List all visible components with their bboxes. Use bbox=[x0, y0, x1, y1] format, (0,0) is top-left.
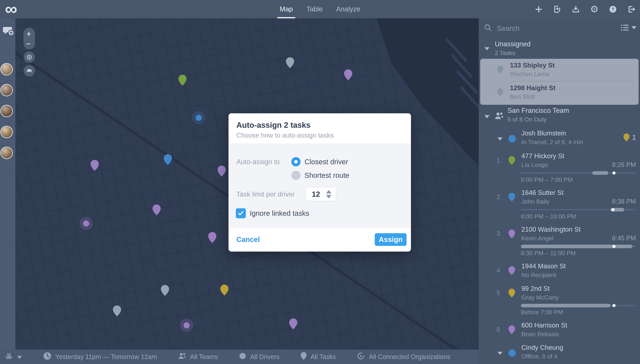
tasks-filter[interactable]: All Tasks bbox=[301, 352, 336, 362]
map-task-pin[interactable] bbox=[178, 75, 186, 86]
task-pin-icon bbox=[508, 289, 515, 298]
driver-avatar[interactable] bbox=[0, 147, 13, 159]
task-limit-stepper[interactable]: 12 bbox=[306, 188, 336, 201]
map-task-pin[interactable] bbox=[218, 166, 226, 177]
task-pin-icon bbox=[508, 156, 515, 166]
task-number: 6 bbox=[497, 326, 500, 333]
ignore-linked-checkbox[interactable] bbox=[236, 208, 246, 218]
driver-row[interactable]: Cindy Cheung Offline, 0 of 4 bbox=[479, 341, 640, 364]
tab-map[interactable]: Map bbox=[280, 0, 293, 18]
date-range-filter[interactable]: Yesterday 11pm — Tomorrow 12am bbox=[43, 352, 157, 362]
map-task-pin[interactable] bbox=[113, 306, 121, 317]
assign-button[interactable]: Assign bbox=[375, 233, 406, 246]
progress-window-segment bbox=[521, 304, 610, 307]
task-number: 4 bbox=[497, 267, 500, 274]
route-task-row[interactable]: 2 1646 Sutter St John Baily 8:38 PM 8:00… bbox=[479, 186, 640, 223]
drivers-filter[interactable]: All Drivers bbox=[239, 352, 280, 361]
radio-closest-driver[interactable] bbox=[291, 157, 301, 166]
radio-shortest-route[interactable] bbox=[291, 171, 301, 180]
zoom-out-button[interactable]: − bbox=[26, 40, 31, 48]
task-address: 99 2nd St bbox=[521, 285, 550, 292]
tab-table[interactable]: Table bbox=[306, 0, 323, 18]
map-task-pin[interactable] bbox=[161, 285, 169, 297]
radio-closest-driver-label[interactable]: Closest driver bbox=[304, 158, 348, 166]
assign-to-label: Auto-assign to bbox=[236, 158, 280, 166]
task-progress-bar[interactable] bbox=[521, 305, 636, 306]
driver-avatar[interactable] bbox=[0, 126, 13, 138]
driver-status: Offline, 0 of 4 bbox=[521, 353, 557, 360]
task-address: 477 Hickory St bbox=[521, 152, 564, 160]
task-recipient: Lia Longo bbox=[521, 162, 548, 168]
task-window: Before 7:30 PM bbox=[521, 309, 563, 316]
vehicles-button[interactable] bbox=[24, 65, 35, 76]
route-task-row[interactable]: 4 1944 Mason St No Recipient bbox=[479, 260, 640, 282]
group-team-header[interactable]: San Francisco Team 5 of 8 On Duty bbox=[479, 105, 640, 128]
driver-avatar[interactable] bbox=[0, 63, 13, 76]
new-message-icon[interactable] bbox=[3, 26, 14, 37]
map-task-pin[interactable] bbox=[289, 318, 297, 330]
driver-avatar[interactable] bbox=[0, 84, 13, 96]
export-tasks-icon[interactable] bbox=[571, 5, 580, 14]
task-progress-bar[interactable] bbox=[521, 172, 636, 174]
task-address: 1944 Mason St bbox=[521, 262, 566, 270]
map-task-pin[interactable] bbox=[286, 57, 294, 69]
driver-status: In Transit, 2 of 6, 4 min bbox=[521, 138, 583, 146]
map-task-pin[interactable] bbox=[220, 284, 229, 296]
binoculars-caret-icon[interactable] bbox=[17, 353, 22, 360]
task-address: 600 Harrison St bbox=[521, 322, 567, 329]
group-unassigned-header[interactable]: Unassigned 2 Tasks bbox=[479, 38, 640, 59]
cancel-button[interactable]: Cancel bbox=[236, 236, 260, 244]
import-tasks-icon[interactable] bbox=[553, 5, 562, 14]
group-subtitle: 2 Tasks bbox=[495, 50, 515, 56]
task-pin-icon bbox=[508, 325, 515, 335]
ignore-linked-label[interactable]: Ignore linked tasks bbox=[250, 209, 309, 217]
zoom-in-button[interactable]: + bbox=[27, 30, 31, 38]
map-driver-dot[interactable] bbox=[83, 220, 89, 226]
task-progress-bar[interactable] bbox=[521, 209, 636, 210]
collapse-caret-icon[interactable] bbox=[498, 352, 503, 355]
team-subtitle: 5 of 8 On Duty bbox=[507, 116, 547, 123]
task-progress-bar[interactable] bbox=[521, 246, 636, 247]
map-task-pin[interactable] bbox=[91, 160, 99, 172]
teams-filter[interactable]: All Teams bbox=[178, 352, 218, 361]
add-task-icon[interactable] bbox=[534, 5, 543, 14]
drivers-filter-label: All Drivers bbox=[250, 353, 280, 360]
route-task-row[interactable]: 6 600 Harrison St Brian Rekasis bbox=[479, 319, 640, 341]
help-icon[interactable]: ? bbox=[608, 5, 617, 14]
map-task-pin[interactable] bbox=[164, 154, 172, 166]
search-input[interactable] bbox=[497, 22, 590, 35]
sign-out-icon[interactable] bbox=[627, 5, 636, 14]
task-row[interactable]: 133 Shipley St Rinchen Lama bbox=[480, 59, 638, 82]
task-row[interactable]: 1298 Haight St Ben Stott bbox=[480, 82, 638, 104]
stepper-up-icon[interactable] bbox=[326, 190, 331, 194]
organizations-filter[interactable]: All Connected Organizations bbox=[357, 352, 450, 362]
task-limit-value[interactable]: 12 bbox=[306, 190, 326, 198]
organizations-filter-label: All Connected Organizations bbox=[369, 353, 450, 360]
route-task-row[interactable]: 3 2100 Washington St Kevin Angel 8:45 PM… bbox=[479, 223, 640, 260]
caret-down-icon[interactable] bbox=[631, 26, 636, 30]
binoculars-icon[interactable] bbox=[5, 352, 13, 361]
map-driver-dot[interactable] bbox=[183, 322, 190, 328]
map-task-pin[interactable] bbox=[208, 232, 216, 244]
tab-analyze[interactable]: Analyze bbox=[336, 0, 360, 18]
locate-button[interactable] bbox=[24, 52, 35, 63]
route-task-row[interactable]: 1 477 Hickory St Lia Longo 8:26 PM 5:00 … bbox=[479, 150, 640, 186]
map-task-pin[interactable] bbox=[344, 69, 352, 81]
task-address: 2100 Washington St bbox=[521, 226, 581, 233]
task-recipient: Rinchen Lama bbox=[510, 70, 549, 78]
radio-shortest-route-label[interactable]: Shortest route bbox=[304, 172, 349, 180]
collapse-caret-icon[interactable] bbox=[485, 47, 490, 50]
list-view-icon[interactable] bbox=[621, 24, 629, 32]
driver-avatar[interactable] bbox=[0, 105, 13, 117]
collapse-caret-icon[interactable] bbox=[498, 137, 503, 140]
map-driver-dot[interactable] bbox=[196, 115, 202, 121]
settings-gear-icon[interactable]: ⚙ bbox=[590, 5, 599, 14]
stepper-down-icon[interactable] bbox=[326, 195, 331, 198]
task-number: 1 bbox=[497, 156, 500, 164]
task-pin-icon bbox=[301, 352, 307, 362]
route-task-row[interactable]: 5 99 2nd St Gray McCarty Before 7:30 PM bbox=[479, 282, 640, 319]
collapse-caret-icon[interactable] bbox=[485, 115, 490, 118]
task-pin-icon bbox=[508, 230, 515, 239]
map-task-pin[interactable] bbox=[152, 204, 161, 216]
driver-row[interactable]: Josh Blumstein In Transit, 2 of 6, 4 min… bbox=[479, 128, 640, 150]
